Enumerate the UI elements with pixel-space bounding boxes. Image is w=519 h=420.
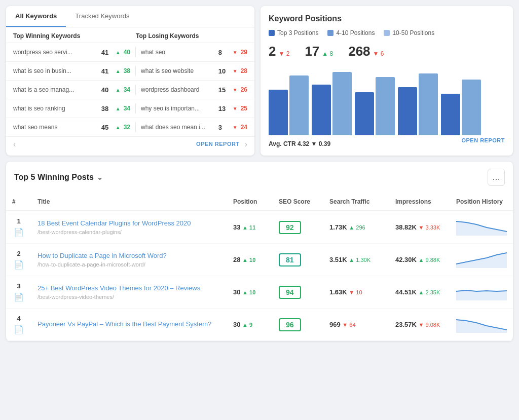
- col-header-seo-score: SEO Score: [273, 193, 323, 211]
- post-url: /best-wordpress-calendar-plugins/: [38, 229, 122, 235]
- col-divider: [135, 122, 136, 132]
- losing-kw-name: what does seo mean i...: [141, 124, 215, 131]
- col-headers: Top Winning Keywords Top Losing Keywords: [6, 27, 254, 43]
- cell-history: [450, 244, 513, 276]
- impressions-value: 23.57K: [395, 321, 417, 328]
- losing-kw-item: wordpress dashboard 15 ▼ 26: [141, 86, 247, 94]
- posts-table: # Title Position SEO Score Search Traffi…: [6, 193, 513, 341]
- cell-traffic: 1.73K ▲ 296: [323, 211, 389, 244]
- keywords-card: All Keywords Tracked Keywords Top Winnin…: [6, 6, 254, 156]
- losing-kw-pos: 3: [218, 124, 230, 131]
- pos-top3-group: 2 ▼ 2: [269, 44, 289, 59]
- position-value: 28: [233, 256, 240, 263]
- winning-kw-name: what is seo ranking: [13, 105, 98, 112]
- tab-all-keywords[interactable]: All Keywords: [6, 6, 66, 27]
- pos-change-up: ▲ 10: [242, 289, 255, 295]
- col-header-position: Position: [227, 193, 273, 211]
- legend-dot-light: [384, 30, 390, 36]
- bar-chart: [269, 64, 505, 135]
- col-header-impressions: Impressions: [389, 193, 450, 211]
- document-icon: 📄: [14, 227, 24, 237]
- winning-kw-change: 40: [124, 49, 130, 56]
- bar-dark-2: [312, 85, 331, 135]
- ctr-change: ▼ 0.39: [311, 140, 331, 147]
- pos-mid-change: ▲ 8: [322, 50, 333, 57]
- posts-title-btn[interactable]: Top 5 Winning Posts ⌄: [14, 173, 103, 182]
- chevron-down-icon: ⌄: [97, 173, 103, 181]
- winning-kw-pos: 40: [101, 86, 113, 94]
- table-row: 2 📄 How to Duplicate a Page in Microsoft…: [6, 244, 513, 276]
- cell-traffic: 969 ▼ 64: [323, 309, 389, 341]
- traffic-value: 969: [329, 321, 341, 328]
- post-title-link[interactable]: Payoneer Vs PayPal – Which is the Best P…: [38, 320, 221, 328]
- tab-tracked-keywords[interactable]: Tracked Keywords: [66, 6, 138, 27]
- mini-chart: [456, 282, 507, 302]
- post-url: /how-to-duplicate-a-page-in-microsoft-wo…: [38, 261, 145, 268]
- cell-history: [450, 309, 513, 341]
- cell-impressions: 23.57K ▼ 9.08K: [389, 309, 450, 341]
- position-value: 33: [233, 223, 240, 231]
- scroll-right-icon[interactable]: ›: [245, 140, 247, 149]
- row-number: 1: [17, 217, 20, 225]
- cell-title: 25+ Best WordPress Video Themes for 2020…: [31, 276, 227, 309]
- post-title-link[interactable]: 18 Best Event Calendar Plugins for WordP…: [38, 219, 221, 227]
- pos-mid-group: 17 ▲ 8: [305, 44, 333, 59]
- winning-kw-pos: 45: [101, 124, 113, 131]
- table-header-row: # Title Position SEO Score Search Traffi…: [6, 193, 513, 211]
- cell-seo-score: 92: [273, 211, 323, 244]
- pos-change-up: ▲ 11: [242, 224, 255, 231]
- pos-change-up: ▲ 10: [242, 257, 255, 263]
- legend-10-50: 10-50 Positions: [384, 29, 434, 36]
- winning-kw-item: what is seo in busin... 41 ▲ 38: [13, 67, 130, 75]
- arrow-down-icon: ▼: [233, 87, 238, 93]
- traffic-value: 1.63K: [329, 288, 347, 296]
- losing-kw-item: what is seo website 10 ▼ 28: [141, 67, 247, 75]
- winning-kw-name: what is a seo manag...: [13, 86, 98, 93]
- col-header-title: Title: [31, 193, 227, 211]
- bar-dark-4: [398, 87, 417, 135]
- winning-kw-item: what is a seo manag... 40 ▲ 34: [13, 86, 130, 94]
- cell-title: How to Duplicate a Page in Microsoft Wor…: [31, 244, 227, 276]
- traffic-value: 1.73K: [329, 223, 347, 231]
- positions-card: Keyword Positions Top 3 Positions 4-10 P…: [261, 6, 513, 156]
- losing-kw-change: 24: [241, 124, 247, 131]
- cell-num: 1 📄: [6, 211, 31, 244]
- col-header-position-history: Position History: [450, 193, 513, 211]
- seo-score-badge: 94: [279, 286, 301, 299]
- losing-kw-name: why seo is importan...: [141, 105, 215, 112]
- winning-kw-item: what seo means 45 ▲ 32: [13, 124, 130, 131]
- cell-num: 4 📄: [6, 309, 31, 341]
- winning-kw-pos: 38: [101, 105, 113, 112]
- cell-impressions: 42.30K ▲ 9.88K: [389, 244, 450, 276]
- position-value: 30: [233, 288, 240, 296]
- bar-group-5: [441, 80, 481, 135]
- losing-kw-item: what seo 8 ▼ 29: [141, 49, 247, 56]
- more-options-button[interactable]: …: [488, 169, 505, 186]
- document-icon: 📄: [14, 260, 24, 270]
- losing-kw-name: wordpress dashboard: [141, 86, 215, 93]
- losing-kw-pos: 10: [218, 67, 230, 75]
- post-title-link[interactable]: How to Duplicate a Page in Microsoft Wor…: [38, 252, 221, 259]
- post-url: /best-wordpress-video-themes/: [38, 294, 114, 300]
- cell-position: 30 ▲ 9: [227, 309, 273, 341]
- keywords-body: Top Winning Keywords Top Losing Keywords…: [6, 27, 254, 152]
- winning-kw-name: wordpress seo servi...: [13, 49, 98, 56]
- cell-num: 2 📄: [6, 244, 31, 276]
- arrow-down-icon: ▼: [233, 125, 238, 130]
- arrow-down-icon: ▼: [233, 68, 238, 74]
- winning-kw-name: what is seo in busin...: [13, 67, 98, 74]
- col-header-search-traffic: Search Traffic: [323, 193, 389, 211]
- bar-light-4: [419, 73, 438, 135]
- losing-kw-change: 25: [241, 105, 247, 112]
- legend-4-10: 4-10 Positions: [327, 29, 375, 36]
- table-row: 4 📄 Payoneer Vs PayPal – Which is the Be…: [6, 309, 513, 341]
- losing-kw-change: 26: [241, 86, 247, 93]
- arrow-up-icon: ▲: [116, 125, 121, 130]
- bar-dark-5: [441, 94, 460, 135]
- losing-kw-item: why seo is importan... 13 ▼ 25: [141, 105, 247, 112]
- svg-marker-3: [456, 320, 507, 333]
- post-title-link[interactable]: 25+ Best WordPress Video Themes for 2020…: [38, 284, 221, 292]
- winning-kw-item: what is seo ranking 38 ▲ 34: [13, 105, 130, 112]
- bar-light-3: [376, 77, 395, 135]
- arrow-down-icon: ▼: [233, 106, 238, 111]
